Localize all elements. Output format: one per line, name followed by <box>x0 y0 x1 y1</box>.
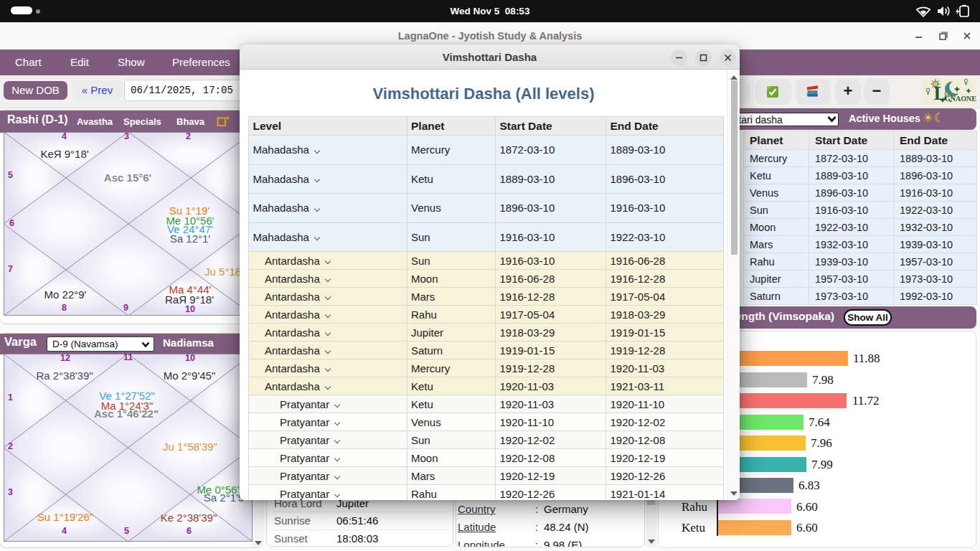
svg-text:GNAONE: GNAONE <box>945 95 976 103</box>
